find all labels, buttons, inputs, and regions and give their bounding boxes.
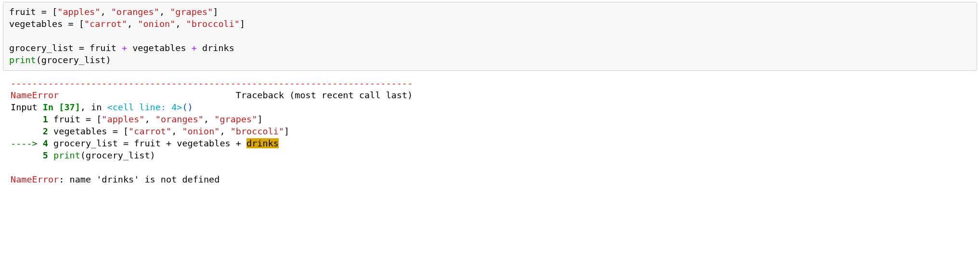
bracket-close: ] <box>213 7 218 17</box>
traceback-lineno: 4 <box>43 138 48 148</box>
space <box>127 43 132 53</box>
comma: , <box>100 7 111 17</box>
code-line-5: print(grocery_list) <box>9 55 111 65</box>
comma: , <box>159 7 170 17</box>
traceback-comma-in: , in <box>80 102 107 112</box>
assign-op: = <box>63 19 78 29</box>
space <box>116 43 122 53</box>
space <box>48 114 53 124</box>
traceback-indent <box>11 150 43 160</box>
paren-close: ) <box>106 55 111 65</box>
space <box>48 126 53 136</box>
code-line-4: grocery_list = fruit + vegetables + drin… <box>9 43 234 53</box>
traceback-arrow-icon: ----> <box>11 138 43 148</box>
bracket-close: ] <box>284 126 289 136</box>
bracket-open: [ <box>52 7 57 17</box>
string-literal: "grapes" <box>214 114 257 124</box>
traceback-paren-open: ( <box>182 102 187 112</box>
plus-op: + <box>192 43 197 53</box>
string-literal: "broccoli" <box>186 19 240 29</box>
plus-op: + <box>122 43 127 53</box>
traceback-lineno: 1 <box>43 114 48 124</box>
traceback-in-number: In [37] <box>43 102 80 112</box>
traceback-code: (grocery_list) <box>80 150 155 160</box>
string-literal: "grapes" <box>170 7 213 17</box>
assign-op: = <box>74 43 90 53</box>
builtin-function: print <box>53 150 80 160</box>
code-line-1: fruit = ["apples", "oranges", "grapes"] <box>9 7 218 17</box>
error-type-label: NameError <box>11 90 59 100</box>
identifier: grocery_list <box>9 43 74 53</box>
traceback-paren-close: ) <box>188 102 193 112</box>
spacer <box>59 90 236 100</box>
traceback-indent <box>11 126 43 136</box>
identifier: fruit <box>90 43 116 53</box>
traceback-header: Traceback (most recent call last) <box>236 90 413 100</box>
bracket-close: ] <box>240 19 245 29</box>
comma: , <box>204 114 214 124</box>
string-literal: "oranges" <box>155 114 204 124</box>
string-literal: "onion" <box>182 126 219 136</box>
string-literal: "broccoli" <box>231 126 284 136</box>
space <box>48 138 53 148</box>
assign-op: = <box>36 7 52 17</box>
traceback-code: fruit = [ <box>53 114 102 124</box>
string-literal: "oranges" <box>111 7 159 17</box>
code-input-cell[interactable]: fruit = ["apples", "oranges", "grapes"] … <box>3 2 977 71</box>
string-literal: "carrot" <box>129 126 171 136</box>
error-type-label: NameError <box>11 174 59 184</box>
bracket-close: ] <box>257 114 262 124</box>
traceback-indent <box>11 114 43 124</box>
bracket-open: [ <box>79 19 84 29</box>
comma: , <box>127 19 138 29</box>
identifier: vegetables <box>9 19 63 29</box>
traceback-lineno: 2 <box>43 126 48 136</box>
space <box>48 150 53 160</box>
code-line-2: vegetables = ["carrot", "onion", "brocco… <box>9 19 245 29</box>
traceback-separator: ----------------------------------------… <box>11 78 413 88</box>
string-literal: "carrot" <box>84 19 127 29</box>
identifier: drinks <box>202 43 234 53</box>
traceback-highlighted-name: drinks <box>246 138 279 148</box>
traceback-cell-line: <cell line: 4> <box>107 102 182 112</box>
space <box>186 43 192 53</box>
traceback-code: grocery_list = fruit + vegetables + <box>53 138 246 148</box>
comma: , <box>175 19 186 29</box>
builtin-function: print <box>9 55 36 65</box>
traceback-lineno: 5 <box>43 150 48 160</box>
comma: , <box>171 126 182 136</box>
traceback-code: vegetables = [ <box>53 126 129 136</box>
comma: , <box>144 114 155 124</box>
string-literal: "apples" <box>102 114 144 124</box>
comma: , <box>219 126 230 136</box>
traceback-input-label: Input <box>11 102 43 112</box>
paren-open: ( <box>36 55 41 65</box>
string-literal: "apples" <box>57 7 100 17</box>
identifier: fruit <box>9 7 36 17</box>
identifier: grocery_list <box>41 55 106 65</box>
string-literal: "onion" <box>138 19 175 29</box>
space <box>197 43 202 53</box>
error-message: : name 'drinks' is not defined <box>59 174 219 184</box>
identifier: vegetables <box>132 43 186 53</box>
traceback-output: ----------------------------------------… <box>0 76 980 189</box>
